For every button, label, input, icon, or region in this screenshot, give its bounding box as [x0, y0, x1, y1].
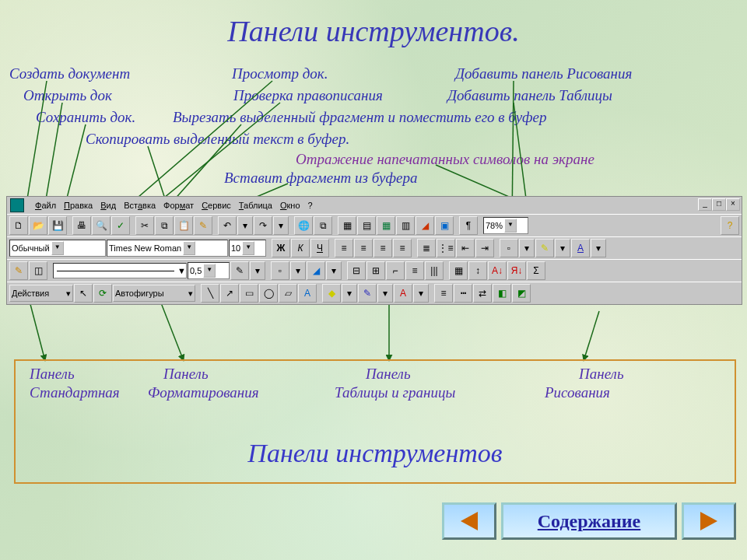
line-width-combo[interactable]: 0,5▼	[188, 262, 230, 279]
nav-prev-button[interactable]	[442, 502, 496, 540]
menu-help[interactable]: ?	[308, 201, 313, 210]
rect-button[interactable]: ▭	[240, 284, 258, 303]
help-button[interactable]: ?	[721, 216, 739, 235]
format-painter-button[interactable]: ✎	[194, 216, 212, 235]
drawing-button[interactable]: ◢	[416, 216, 434, 235]
fill-color-dd[interactable]: ▾	[326, 261, 342, 280]
paste-button[interactable]: 📋	[174, 216, 193, 235]
pen-color-button[interactable]: ✎	[230, 261, 249, 280]
outside-border-dd[interactable]: ▾	[290, 261, 306, 280]
sort-desc-button[interactable]: Я↓	[507, 261, 526, 280]
nav-contents-button[interactable]: Содержание	[501, 502, 677, 540]
dist-cols-button[interactable]: |||	[425, 261, 444, 280]
highlight-button[interactable]: ✎	[535, 239, 554, 257]
bullets-button[interactable]: ⋮≡	[437, 239, 455, 257]
dist-rows-button[interactable]: ≡	[405, 261, 424, 280]
save-button[interactable]: 💾	[48, 216, 67, 235]
menu-table[interactable]: Таблица	[239, 201, 272, 210]
align-top-button[interactable]: ⌐	[386, 261, 405, 280]
fill-dd[interactable]: ▾	[342, 284, 357, 303]
draw-table-button[interactable]: ✎	[9, 261, 28, 280]
tables-borders-button[interactable]: ▦	[338, 216, 356, 235]
minimize-button[interactable]: _	[698, 198, 712, 211]
wordart-button[interactable]: A	[298, 284, 317, 303]
merge-cells-button[interactable]: ⊟	[347, 261, 366, 280]
3d-button[interactable]: ◩	[512, 284, 531, 303]
oval-button[interactable]: ◯	[259, 284, 278, 303]
print-button[interactable]: 🖶	[72, 216, 91, 235]
arrow-style-button[interactable]: ⇄	[473, 284, 492, 303]
outside-border-button[interactable]: ▫	[271, 261, 289, 280]
align-left-button[interactable]: ≡	[335, 239, 353, 257]
autoshapes-menu[interactable]: Автофигуры▾	[113, 285, 195, 302]
excel-button[interactable]: ▦	[377, 216, 395, 235]
zoom-combo[interactable]: 78%▼	[483, 217, 528, 234]
menu-edit[interactable]: Правка	[64, 201, 93, 210]
redo-button[interactable]: ↷	[254, 216, 272, 235]
size-combo[interactable]: 10▼	[229, 240, 266, 257]
menu-window[interactable]: Окно	[280, 201, 300, 210]
preview-button[interactable]: 🔍	[92, 216, 110, 235]
italic-button[interactable]: К	[291, 239, 310, 257]
spell-button[interactable]: ✓	[111, 216, 130, 235]
undo-dd[interactable]: ▾	[237, 216, 253, 235]
font-color-dd[interactable]: ▾	[591, 239, 606, 257]
docmap-button[interactable]: ▣	[435, 216, 454, 235]
line-button[interactable]: ╲	[201, 284, 219, 303]
indent-button[interactable]: ⇥	[475, 239, 494, 257]
fill-button[interactable]: ◆	[322, 284, 341, 303]
align-right-button[interactable]: ≡	[374, 239, 392, 257]
hyperlink-button[interactable]: 🌐	[294, 216, 313, 235]
autoformat-button[interactable]: ▦	[449, 261, 468, 280]
line-color-button[interactable]: ✎	[358, 284, 377, 303]
actions-menu[interactable]: Действия▾	[9, 285, 73, 302]
fill-color-button[interactable]: ◢	[307, 261, 325, 280]
rotate-button[interactable]: ⟳	[93, 284, 112, 303]
line-color-dd[interactable]: ▾	[377, 284, 393, 303]
autosum-button[interactable]: Σ	[527, 261, 545, 280]
font-color2-button[interactable]: A	[394, 284, 412, 303]
line-style-combo[interactable]: ▼	[53, 263, 187, 278]
font-color2-dd[interactable]: ▾	[413, 284, 429, 303]
show-marks-button[interactable]: ¶	[459, 216, 478, 235]
open-button[interactable]: 📂	[29, 216, 47, 235]
font-color-button[interactable]: A	[571, 239, 590, 257]
underline-button[interactable]: Ч	[310, 239, 329, 257]
maximize-button[interactable]: □	[712, 198, 726, 211]
style-combo[interactable]: Обычный▼	[9, 240, 106, 257]
insert-table-button[interactable]: ▤	[357, 216, 376, 235]
bold-button[interactable]: Ж	[272, 239, 290, 257]
web-toolbar-button[interactable]: ⧉	[314, 216, 332, 235]
shadow-button[interactable]: ◧	[493, 284, 511, 303]
textbox-button[interactable]: ▱	[279, 284, 297, 303]
dash-button[interactable]: ┅	[454, 284, 472, 303]
select-button[interactable]: ↖	[74, 284, 93, 303]
arrow-button[interactable]: ↗	[220, 284, 239, 303]
numbering-button[interactable]: ≣	[417, 239, 436, 257]
line-style-button[interactable]: ≡	[434, 284, 453, 303]
menu-insert[interactable]: Вставка	[124, 201, 156, 210]
copy-button[interactable]: ⧉	[155, 216, 174, 235]
align-center-button[interactable]: ≡	[354, 239, 373, 257]
split-cells-button[interactable]: ⊞	[366, 261, 385, 280]
highlight-dd[interactable]: ▾	[555, 239, 570, 257]
new-doc-button[interactable]: 🗋	[9, 216, 28, 235]
menu-tools[interactable]: Сервис	[202, 201, 231, 210]
borders-dd[interactable]: ▾	[519, 239, 535, 257]
menu-format[interactable]: Формат	[163, 201, 194, 210]
borders-button[interactable]: ▫	[500, 239, 518, 257]
redo-dd[interactable]: ▾	[273, 216, 289, 235]
undo-button[interactable]: ↶	[218, 216, 237, 235]
eraser-button[interactable]: ◫	[29, 261, 47, 280]
sort-asc-button[interactable]: A↓	[488, 261, 507, 280]
nav-next-button[interactable]	[682, 502, 736, 540]
font-combo[interactable]: Times New Roman▼	[107, 240, 228, 257]
close-button[interactable]: ×	[726, 198, 740, 211]
columns-button[interactable]: ▥	[396, 216, 415, 235]
align-justify-button[interactable]: ≡	[393, 239, 412, 257]
outdent-button[interactable]: ⇤	[456, 239, 475, 257]
pen-color-dd[interactable]: ▾	[250, 261, 265, 280]
text-direction-button[interactable]: ↕	[468, 261, 487, 280]
menu-view[interactable]: Вид	[100, 201, 116, 210]
menu-file[interactable]: ФФайлайл	[35, 201, 56, 210]
